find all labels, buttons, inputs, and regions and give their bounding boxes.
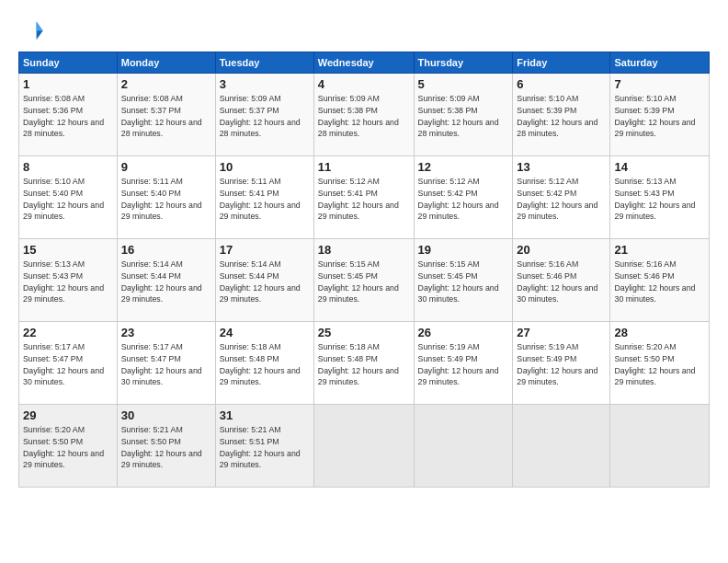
calendar-header-row: SundayMondayTuesdayWednesdayThursdayFrid… bbox=[19, 52, 710, 74]
calendar-cell: 26 Sunrise: 5:19 AM Sunset: 5:49 PM Dayl… bbox=[414, 322, 513, 405]
day-number: 7 bbox=[614, 77, 705, 91]
day-info: Sunrise: 5:15 AM Sunset: 5:45 PM Dayligh… bbox=[418, 259, 509, 305]
day-number: 11 bbox=[318, 160, 410, 174]
calendar-cell: 30 Sunrise: 5:21 AM Sunset: 5:50 PM Dayl… bbox=[117, 405, 215, 488]
calendar-header-tuesday: Tuesday bbox=[215, 52, 313, 74]
calendar-cell: 5 Sunrise: 5:09 AM Sunset: 5:38 PM Dayli… bbox=[414, 74, 513, 156]
calendar-header-saturday: Saturday bbox=[610, 52, 710, 74]
day-info: Sunrise: 5:18 AM Sunset: 5:48 PM Dayligh… bbox=[318, 341, 410, 388]
day-info: Sunrise: 5:15 AM Sunset: 5:45 PM Dayligh… bbox=[318, 259, 410, 305]
calendar: SundayMondayTuesdayWednesdayThursdayFrid… bbox=[18, 52, 710, 488]
calendar-week-1: 1 Sunrise: 5:08 AM Sunset: 5:36 PM Dayli… bbox=[19, 74, 710, 156]
calendar-week-2: 8 Sunrise: 5:10 AM Sunset: 5:40 PM Dayli… bbox=[19, 156, 710, 239]
calendar-header-friday: Friday bbox=[513, 52, 610, 74]
day-number: 30 bbox=[121, 408, 211, 422]
header bbox=[18, 17, 710, 42]
day-number: 9 bbox=[121, 160, 211, 174]
day-info: Sunrise: 5:19 AM Sunset: 5:49 PM Dayligh… bbox=[517, 341, 606, 388]
calendar-cell: 11 Sunrise: 5:12 AM Sunset: 5:41 PM Dayl… bbox=[313, 156, 414, 239]
day-number: 13 bbox=[517, 160, 606, 174]
day-info: Sunrise: 5:13 AM Sunset: 5:43 PM Dayligh… bbox=[23, 259, 113, 305]
calendar-cell: 29 Sunrise: 5:20 AM Sunset: 5:50 PM Dayl… bbox=[19, 405, 118, 488]
day-number: 1 bbox=[23, 77, 113, 91]
day-info: Sunrise: 5:12 AM Sunset: 5:42 PM Dayligh… bbox=[418, 176, 509, 223]
logo-icon bbox=[18, 17, 44, 42]
day-number: 24 bbox=[220, 326, 310, 339]
day-number: 14 bbox=[614, 160, 705, 174]
day-number: 25 bbox=[318, 326, 410, 339]
day-number: 18 bbox=[318, 243, 410, 257]
day-info: Sunrise: 5:14 AM Sunset: 5:44 PM Dayligh… bbox=[121, 259, 211, 305]
day-info: Sunrise: 5:10 AM Sunset: 5:40 PM Dayligh… bbox=[23, 176, 113, 223]
calendar-cell: 18 Sunrise: 5:15 AM Sunset: 5:45 PM Dayl… bbox=[313, 239, 414, 322]
day-number: 6 bbox=[517, 77, 606, 91]
page: SundayMondayTuesdayWednesdayThursdayFrid… bbox=[0, 0, 728, 563]
calendar-cell: 31 Sunrise: 5:21 AM Sunset: 5:51 PM Dayl… bbox=[215, 405, 313, 488]
day-number: 16 bbox=[121, 243, 211, 257]
calendar-cell bbox=[414, 405, 513, 488]
calendar-cell: 22 Sunrise: 5:17 AM Sunset: 5:47 PM Dayl… bbox=[19, 322, 118, 405]
day-info: Sunrise: 5:20 AM Sunset: 5:50 PM Dayligh… bbox=[23, 424, 113, 471]
day-info: Sunrise: 5:21 AM Sunset: 5:50 PM Dayligh… bbox=[121, 424, 211, 471]
calendar-cell: 10 Sunrise: 5:11 AM Sunset: 5:41 PM Dayl… bbox=[215, 156, 313, 239]
day-info: Sunrise: 5:16 AM Sunset: 5:46 PM Dayligh… bbox=[517, 259, 606, 305]
day-info: Sunrise: 5:09 AM Sunset: 5:38 PM Dayligh… bbox=[418, 93, 509, 140]
calendar-cell: 2 Sunrise: 5:08 AM Sunset: 5:37 PM Dayli… bbox=[117, 74, 215, 156]
day-info: Sunrise: 5:09 AM Sunset: 5:37 PM Dayligh… bbox=[220, 93, 310, 140]
day-number: 17 bbox=[220, 243, 310, 257]
day-number: 2 bbox=[121, 77, 211, 91]
day-info: Sunrise: 5:19 AM Sunset: 5:49 PM Dayligh… bbox=[418, 341, 509, 388]
day-number: 15 bbox=[23, 243, 113, 257]
calendar-cell bbox=[610, 405, 710, 488]
svg-marker-1 bbox=[37, 22, 43, 31]
calendar-cell: 14 Sunrise: 5:13 AM Sunset: 5:43 PM Dayl… bbox=[610, 156, 710, 239]
calendar-cell: 3 Sunrise: 5:09 AM Sunset: 5:37 PM Dayli… bbox=[215, 74, 313, 156]
calendar-cell: 13 Sunrise: 5:12 AM Sunset: 5:42 PM Dayl… bbox=[513, 156, 610, 239]
calendar-cell: 21 Sunrise: 5:16 AM Sunset: 5:46 PM Dayl… bbox=[610, 239, 710, 322]
calendar-cell: 1 Sunrise: 5:08 AM Sunset: 5:36 PM Dayli… bbox=[19, 74, 118, 156]
day-info: Sunrise: 5:17 AM Sunset: 5:47 PM Dayligh… bbox=[121, 341, 211, 388]
day-info: Sunrise: 5:09 AM Sunset: 5:38 PM Dayligh… bbox=[318, 93, 410, 140]
calendar-cell: 24 Sunrise: 5:18 AM Sunset: 5:48 PM Dayl… bbox=[215, 322, 313, 405]
day-number: 26 bbox=[418, 326, 509, 339]
day-info: Sunrise: 5:17 AM Sunset: 5:47 PM Dayligh… bbox=[23, 341, 113, 388]
calendar-week-3: 15 Sunrise: 5:13 AM Sunset: 5:43 PM Dayl… bbox=[19, 239, 710, 322]
day-number: 5 bbox=[418, 77, 509, 91]
calendar-week-4: 22 Sunrise: 5:17 AM Sunset: 5:47 PM Dayl… bbox=[19, 322, 710, 405]
day-info: Sunrise: 5:11 AM Sunset: 5:41 PM Dayligh… bbox=[220, 176, 310, 223]
day-info: Sunrise: 5:18 AM Sunset: 5:48 PM Dayligh… bbox=[220, 341, 310, 388]
calendar-cell: 19 Sunrise: 5:15 AM Sunset: 5:45 PM Dayl… bbox=[414, 239, 513, 322]
calendar-cell: 4 Sunrise: 5:09 AM Sunset: 5:38 PM Dayli… bbox=[313, 74, 414, 156]
calendar-cell: 8 Sunrise: 5:10 AM Sunset: 5:40 PM Dayli… bbox=[19, 156, 118, 239]
day-number: 21 bbox=[614, 243, 705, 257]
day-info: Sunrise: 5:14 AM Sunset: 5:44 PM Dayligh… bbox=[220, 259, 310, 305]
day-number: 20 bbox=[517, 243, 606, 257]
calendar-header-wednesday: Wednesday bbox=[313, 52, 414, 74]
day-number: 22 bbox=[23, 326, 113, 339]
day-number: 4 bbox=[318, 77, 410, 91]
day-number: 23 bbox=[121, 326, 211, 339]
calendar-cell: 20 Sunrise: 5:16 AM Sunset: 5:46 PM Dayl… bbox=[513, 239, 610, 322]
calendar-cell: 27 Sunrise: 5:19 AM Sunset: 5:49 PM Dayl… bbox=[513, 322, 610, 405]
day-number: 31 bbox=[220, 408, 310, 422]
day-number: 8 bbox=[23, 160, 113, 174]
calendar-week-5: 29 Sunrise: 5:20 AM Sunset: 5:50 PM Dayl… bbox=[19, 405, 710, 488]
calendar-header-sunday: Sunday bbox=[19, 52, 118, 74]
day-number: 28 bbox=[614, 326, 705, 339]
calendar-cell: 23 Sunrise: 5:17 AM Sunset: 5:47 PM Dayl… bbox=[117, 322, 215, 405]
day-info: Sunrise: 5:16 AM Sunset: 5:46 PM Dayligh… bbox=[614, 259, 705, 305]
day-info: Sunrise: 5:10 AM Sunset: 5:39 PM Dayligh… bbox=[614, 93, 705, 140]
day-info: Sunrise: 5:10 AM Sunset: 5:39 PM Dayligh… bbox=[517, 93, 606, 140]
day-info: Sunrise: 5:12 AM Sunset: 5:41 PM Dayligh… bbox=[318, 176, 410, 223]
day-info: Sunrise: 5:13 AM Sunset: 5:43 PM Dayligh… bbox=[614, 176, 705, 223]
day-number: 3 bbox=[220, 77, 310, 91]
day-info: Sunrise: 5:08 AM Sunset: 5:36 PM Dayligh… bbox=[23, 93, 113, 140]
day-number: 19 bbox=[418, 243, 509, 257]
calendar-header-thursday: Thursday bbox=[414, 52, 513, 74]
day-number: 10 bbox=[220, 160, 310, 174]
calendar-cell: 7 Sunrise: 5:10 AM Sunset: 5:39 PM Dayli… bbox=[610, 74, 710, 156]
day-info: Sunrise: 5:12 AM Sunset: 5:42 PM Dayligh… bbox=[517, 176, 606, 223]
calendar-cell: 25 Sunrise: 5:18 AM Sunset: 5:48 PM Dayl… bbox=[313, 322, 414, 405]
calendar-cell: 12 Sunrise: 5:12 AM Sunset: 5:42 PM Dayl… bbox=[414, 156, 513, 239]
day-info: Sunrise: 5:08 AM Sunset: 5:37 PM Dayligh… bbox=[121, 93, 211, 140]
